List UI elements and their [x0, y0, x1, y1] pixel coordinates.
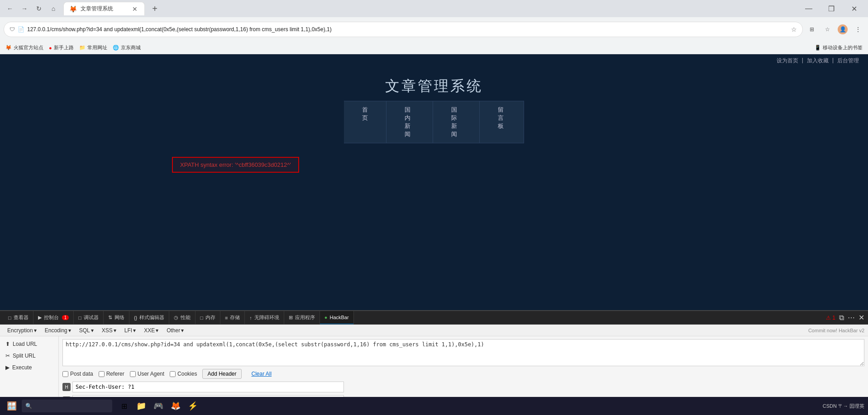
- nav-home[interactable]: 首页: [344, 101, 386, 143]
- user-agent-checkbox[interactable]: [130, 371, 136, 377]
- devtool-performance[interactable]: ◷ 性能: [169, 311, 196, 325]
- nav-guestbook[interactable]: 留言板: [480, 101, 524, 143]
- new-tab-button[interactable]: +: [148, 2, 161, 15]
- reload-button[interactable]: ↻: [33, 2, 45, 15]
- hackbar-menu-xxe[interactable]: XXE ▾: [140, 326, 162, 335]
- minimize-button[interactable]: —: [798, 2, 819, 15]
- devtool-storage[interactable]: ≡ 存储: [220, 311, 245, 325]
- taskbar-app-electric[interactable]: ⚡: [185, 398, 201, 414]
- nav-domestic[interactable]: 国内新闻: [386, 101, 433, 143]
- close-button[interactable]: ✕: [844, 2, 864, 15]
- devtool-debugger[interactable]: □ 调试器: [74, 311, 104, 325]
- taskbar-app-game[interactable]: 🎮: [150, 398, 167, 414]
- address-bar[interactable]: 🛡 📄 127.0.0.1/cms/show.php?id=34 and upd…: [4, 22, 803, 37]
- memory-icon: □: [200, 315, 203, 321]
- devtools-right-controls: ⚠ 1 ⧉ ⋯ ✕: [826, 313, 864, 322]
- restore-button[interactable]: ❒: [821, 2, 842, 15]
- devtool-style-editor[interactable]: {} 样式编辑器: [129, 311, 169, 325]
- account-button[interactable]: 👤: [836, 23, 849, 36]
- taskbar-app-taskview[interactable]: ⊞: [116, 398, 132, 414]
- hackbar-menu-lfi[interactable]: LFI ▾: [121, 326, 139, 335]
- tab-close-button[interactable]: ✕: [131, 5, 139, 13]
- devtools-tabs: □ 查看器 ▶ 控制台 1 □ 调试器 ⇅ 网络 {} 样式编辑器 ◷: [0, 311, 868, 325]
- devtools-close-button[interactable]: ✕: [858, 313, 864, 322]
- option-referer[interactable]: Referer: [99, 371, 124, 377]
- bookmark-mobile[interactable]: 📱 移动设备上的书签: [815, 44, 863, 51]
- header-input-1[interactable]: [72, 382, 344, 392]
- debugger-icon: □: [78, 315, 81, 321]
- taskbar-search[interactable]: 🔍: [22, 400, 112, 412]
- network-icon: ⇅: [108, 315, 112, 321]
- hackbar-menu-encryption[interactable]: Encryption ▾: [4, 326, 40, 335]
- hackbar-menu-other[interactable]: Other ▾: [163, 326, 187, 335]
- url-display: 127.0.0.1/cms/show.php?id=34 and updatex…: [27, 26, 788, 33]
- bookmark-label: 新手上路: [54, 44, 74, 51]
- cookies-checkbox[interactable]: [170, 371, 176, 377]
- windows-logo-icon: 🪟: [7, 401, 17, 411]
- execute-button[interactable]: ▶ Execute: [2, 363, 57, 373]
- devtools-more-button[interactable]: ⋯: [848, 313, 855, 322]
- post-data-checkbox[interactable]: [62, 371, 68, 377]
- nav-international[interactable]: 国际新闻: [433, 101, 480, 143]
- bookmark-common[interactable]: 📁 常用网址: [79, 44, 107, 51]
- split-url-icon: ✂: [5, 353, 10, 359]
- home-button[interactable]: ⌂: [47, 2, 60, 15]
- browser-tab[interactable]: 🦊 文章管理系统 ✕: [63, 2, 145, 15]
- devtool-accessibility[interactable]: ↑ 无障碍环境: [245, 311, 284, 325]
- console-icon: ▶: [38, 315, 42, 321]
- bookmark-label: 移动设备上的书签: [823, 44, 863, 51]
- bookmark-button[interactable]: ☆: [821, 23, 834, 36]
- taskbar-windows-button[interactable]: 🪟: [4, 398, 20, 414]
- firefox-icon: 🦊: [171, 401, 181, 411]
- site-title: 文章管理系统: [0, 76, 868, 96]
- inspector-icon: □: [8, 315, 11, 321]
- menu-button[interactable]: ⋮: [852, 23, 864, 36]
- back-button[interactable]: ←: [4, 2, 16, 15]
- option-cookies[interactable]: Cookies: [170, 371, 197, 377]
- hackbar-url-input[interactable]: [62, 339, 864, 366]
- devtool-console[interactable]: ▶ 控制台 1: [33, 311, 74, 325]
- load-url-button[interactable]: ⬆ Load URL: [2, 339, 57, 349]
- devtool-inspector[interactable]: □ 查看器: [4, 311, 33, 325]
- extensions-button[interactable]: ⊞: [806, 23, 818, 36]
- hackbar-menu-sql[interactable]: SQL ▾: [76, 326, 97, 335]
- security-icon: 🛡: [10, 26, 15, 33]
- devtool-hackbar[interactable]: ● HackBar: [320, 311, 354, 325]
- tab-title: 文章管理系统: [81, 5, 127, 13]
- topbar-link-fav[interactable]: 加入收藏: [807, 57, 829, 65]
- bookmark-newbie[interactable]: ● 新手上路: [49, 44, 74, 51]
- site-nav: 首页 国内新闻 国际新闻 留言板: [344, 101, 524, 143]
- option-user-agent[interactable]: User Agent: [130, 371, 164, 377]
- topbar-link-home[interactable]: 设为首页: [777, 57, 798, 65]
- fox-icon: 🦊: [5, 45, 12, 51]
- taskbar-app-firefox[interactable]: 🦊: [167, 398, 184, 414]
- devtools-dock-button[interactable]: ⧉: [839, 314, 844, 322]
- hackbar-menu-encoding[interactable]: Encoding ▾: [41, 326, 75, 335]
- taskbar: 🪟 🔍 ⊞ 📁 🎮 🦊 ⚡ CSDN 〒→ 囯理英: [0, 397, 868, 415]
- bookmark-jd[interactable]: 🌐 京东商城: [113, 44, 141, 51]
- option-post-data[interactable]: Post data: [62, 371, 93, 377]
- topbar-link-admin[interactable]: 后台管理: [837, 57, 859, 65]
- clear-all-button[interactable]: Clear All: [247, 369, 277, 378]
- lfi-chevron: ▾: [133, 327, 136, 334]
- bookmark-foxofficial[interactable]: 🦊 火狐官方站点: [5, 44, 43, 51]
- style-editor-icon: {}: [134, 315, 137, 321]
- hackbar-menu-xss[interactable]: XSS ▾: [98, 326, 120, 335]
- system-tray: CSDN 〒→ 囯理英: [823, 403, 864, 410]
- site-body: XPATH syntax error: '^cbff36039c3d0212^': [0, 143, 868, 310]
- devtool-network[interactable]: ⇅ 网络: [104, 311, 129, 325]
- hackbar-dot-icon: ●: [324, 315, 328, 320]
- xxe-chevron: ▾: [156, 327, 158, 334]
- header-badge-1: H: [62, 383, 71, 391]
- devtool-memory[interactable]: □ 内存: [196, 311, 220, 325]
- encoding-chevron: ▾: [68, 327, 71, 334]
- main-content: 设为首页 | 加入收藏 | 后台管理 文章管理系统 首页 国内新闻 国际新闻 留…: [0, 54, 868, 310]
- split-url-button[interactable]: ✂ Split URL: [2, 351, 57, 361]
- forward-button[interactable]: →: [18, 2, 31, 15]
- devtool-app[interactable]: ⊞ 应用程序: [284, 311, 320, 325]
- referer-checkbox[interactable]: [99, 371, 105, 377]
- taskbar-app-explorer[interactable]: 📁: [133, 398, 149, 414]
- bookmark-label: 常用网址: [87, 44, 107, 51]
- bookmark-star-icon[interactable]: ☆: [791, 26, 797, 33]
- add-header-button[interactable]: Add Header: [202, 369, 241, 379]
